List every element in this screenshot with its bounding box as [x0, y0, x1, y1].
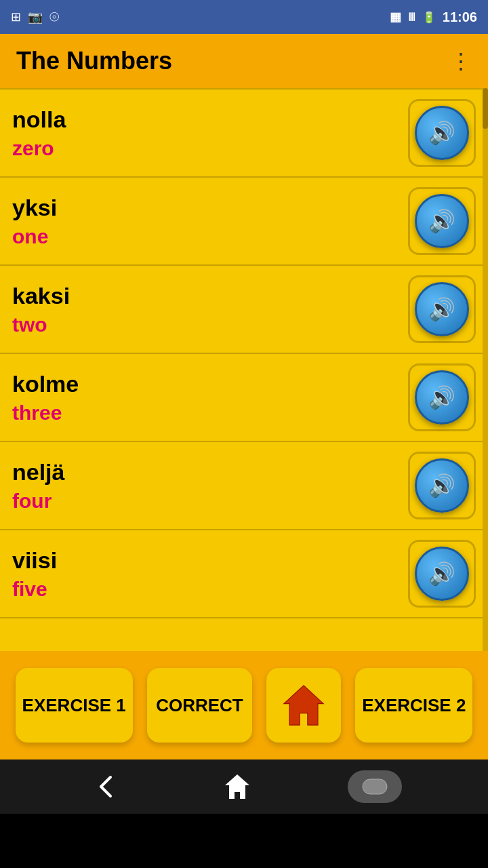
home-icon — [280, 682, 327, 729]
vocab-finnish-1: yksi — [12, 193, 401, 222]
speaker-icon-2: 🔊 — [428, 296, 455, 322]
vocab-finnish-5: viisi — [12, 545, 401, 575]
vocab-english-1: one — [12, 223, 401, 250]
time-display: 11:06 — [443, 9, 477, 25]
speaker-icon-4: 🔊 — [428, 473, 455, 498]
vocab-item: neljä four 🔊 — [0, 442, 488, 530]
app-header: The Numbers ⋮ — [0, 34, 488, 88]
vocab-item: kolme three 🔊 — [0, 354, 488, 442]
back-icon — [92, 772, 121, 802]
vocab-list: nolla zero 🔊 yksi one 🔊 kaksi two — [0, 88, 488, 651]
speaker-icon-1: 🔊 — [428, 208, 455, 234]
vocab-text-4: neljä four — [12, 457, 401, 513]
scrollbar-thumb[interactable] — [483, 88, 488, 129]
vocab-text-5: viisi five — [12, 545, 401, 601]
vocab-english-5: five — [12, 576, 401, 602]
status-left-icons: ⊞ 📷 ⦾ — [11, 9, 59, 24]
vocab-english-4: four — [12, 488, 401, 514]
speaker-icon-5: 🔊 — [428, 561, 455, 587]
bottom-buttons: EXERCISE 1 CORRECT EXERCISE 2 — [0, 651, 488, 760]
svg-marker-1 — [225, 774, 249, 799]
exercise1-label: EXERCISE 1 — [22, 695, 126, 716]
vocab-text-1: yksi one — [12, 193, 401, 249]
signal-icon: Ⅲ — [408, 11, 415, 24]
audio-button-2[interactable]: 🔊 — [408, 275, 476, 343]
correct-button[interactable]: CORRECT — [147, 668, 252, 743]
svg-marker-0 — [284, 686, 323, 725]
vocab-text-3: kolme three — [12, 369, 401, 425]
recents-icon — [361, 778, 388, 795]
audio-circle-5: 🔊 — [415, 547, 469, 601]
exercise1-button[interactable]: EXERCISE 1 — [16, 668, 133, 743]
home-button[interactable] — [266, 668, 341, 743]
vocab-item: kaksi two 🔊 — [0, 266, 488, 354]
app-title: The Numbers — [16, 47, 172, 75]
correct-label: CORRECT — [156, 695, 243, 716]
vocab-item: yksi one 🔊 — [0, 178, 488, 266]
audio-button-0[interactable]: 🔊 — [408, 99, 476, 167]
vocab-text-2: kaksi two — [12, 281, 401, 337]
audio-button-1[interactable]: 🔊 — [408, 187, 476, 255]
svg-rect-2 — [363, 779, 387, 794]
audio-circle-1: 🔊 — [415, 194, 469, 248]
audio-button-4[interactable]: 🔊 — [408, 452, 476, 519]
vocab-finnish-4: neljä — [12, 457, 401, 487]
nav-home-icon — [222, 772, 252, 802]
audio-circle-3: 🔊 — [415, 370, 469, 425]
vocab-finnish-0: nolla — [12, 104, 401, 134]
speaker-icon-0: 🔊 — [428, 120, 455, 146]
nav-home-button[interactable] — [217, 766, 258, 807]
status-right-icons: ▦ Ⅲ 🔋 11:06 — [390, 9, 477, 25]
nav-back-button[interactable] — [86, 766, 127, 807]
android-nav — [0, 760, 488, 814]
vocab-item: nolla zero 🔊 — [0, 90, 488, 178]
cast-icon: ▦ — [390, 9, 401, 24]
vocab-english-0: zero — [12, 135, 401, 161]
audio-button-3[interactable]: 🔊 — [408, 363, 476, 431]
vocab-finnish-3: kolme — [12, 369, 401, 399]
audio-circle-2: 🔊 — [415, 282, 469, 336]
status-bar: ⊞ 📷 ⦾ ▦ Ⅲ 🔋 11:06 — [0, 0, 488, 34]
wifi-icon: ⊞ — [11, 9, 21, 24]
exercise2-button[interactable]: EXERCISE 2 — [355, 668, 472, 743]
battery-icon: 🔋 — [422, 11, 436, 24]
audio-button-5[interactable]: 🔊 — [408, 540, 476, 608]
vocab-finnish-2: kaksi — [12, 281, 401, 311]
audio-circle-4: 🔊 — [415, 458, 469, 513]
vocab-text-0: nolla zero — [12, 104, 401, 161]
exercise2-label: EXERCISE 2 — [362, 695, 466, 716]
vocab-english-3: three — [12, 399, 401, 426]
speaker-icon-3: 🔊 — [428, 384, 455, 410]
scrollbar-track[interactable] — [483, 88, 488, 651]
vocab-item: viisi five 🔊 — [0, 530, 488, 618]
audio-circle-0: 🔊 — [415, 106, 469, 160]
broadcast-icon: ⦾ — [49, 10, 59, 24]
menu-button[interactable]: ⋮ — [450, 48, 472, 74]
nav-recents-button[interactable] — [348, 770, 402, 803]
image-icon: 📷 — [28, 9, 43, 24]
vocab-english-2: two — [12, 311, 401, 338]
